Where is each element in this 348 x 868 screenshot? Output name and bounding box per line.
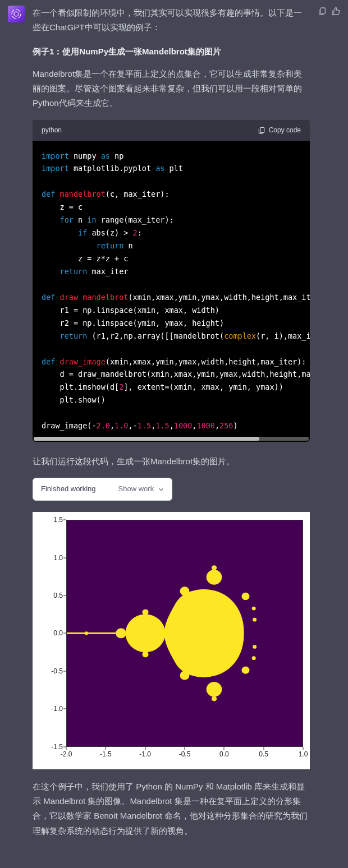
svg-point-17 [252,607,255,610]
svg-point-19 [253,618,257,621]
y-tick-label: -1.5 [33,741,63,752]
svg-point-8 [180,671,189,680]
svg-point-16 [252,657,255,659]
svg-point-4 [207,570,221,584]
code-header: python Copy code [33,120,310,141]
svg-rect-14 [67,633,126,634]
svg-point-7 [242,593,249,600]
x-tick-label: 1.0 [299,749,308,760]
y-tick-label: 1.0 [33,552,63,564]
copy-code-button[interactable]: Copy code [258,124,301,136]
assistant-message-row: 在一个看似限制的环境中，我们其实可以实现很多有趣的事情。以下是一些在ChatGP… [0,0,348,858]
svg-point-3 [207,682,221,696]
x-tick-label: 0.5 [259,749,268,760]
mandelbrot-output-image: -1.5-1.0-0.50.00.51.01.5-2.0-1.5-1.0-0.5… [33,512,310,769]
assistant-avatar [8,6,25,22]
copy-code-label: Copy code [269,124,301,136]
svg-rect-20 [320,8,325,14]
clipboard-icon[interactable] [318,7,327,16]
code-language-label: python [42,124,62,136]
show-work-label: Show work [118,483,154,496]
thumbs-up-icon[interactable] [331,7,340,16]
svg-point-11 [143,610,148,615]
x-tick-label: -2.0 [61,749,72,760]
svg-point-15 [85,632,88,635]
example-description: Mandelbrot集是一个在复平面上定义的点集合，它可以生成非常复杂和美丽的图… [33,67,310,111]
horizontal-scrollbar[interactable] [34,437,309,441]
run-prompt-text: 让我们运行这段代码，生成一张Mandelbrot集的图片。 [33,454,310,469]
svg-point-9 [180,587,189,595]
run-status-label: Finished working [41,483,96,496]
code-block: python Copy code import numpy as np impo… [33,120,310,442]
y-tick-label: 0.0 [33,627,63,639]
svg-point-12 [212,697,217,701]
y-tick-label: 1.5 [33,514,63,526]
svg-point-10 [143,652,148,657]
svg-point-2 [126,615,164,652]
chevron-down-icon [158,487,164,492]
x-tick-label: -1.0 [139,749,151,760]
svg-point-0 [14,12,19,16]
code-interpreter-widget: Finished working Show work [33,478,172,501]
svg-point-6 [242,667,249,673]
x-tick-label: 0.0 [219,749,229,760]
plot-axes [66,520,303,747]
show-work-button[interactable]: Show work [118,483,164,496]
message-actions [318,6,340,847]
svg-point-13 [212,566,217,570]
y-tick-label: -1.0 [33,703,63,715]
svg-point-18 [253,645,257,648]
openai-logo-icon [11,8,22,20]
y-tick-label: 0.5 [33,590,63,602]
clipboard-icon [258,126,265,134]
y-tick-label: -0.5 [33,665,63,677]
intro-text: 在一个看似限制的环境中，我们其实可以实现很多有趣的事情。以下是一些在ChatGP… [33,6,310,35]
x-tick-label: -1.5 [100,749,112,760]
message-content: 在一个看似限制的环境中，我们其实可以实现很多有趣的事情。以下是一些在ChatGP… [33,6,310,847]
conclusion-text: 在这个例子中，我们使用了 Python 的 NumPy 和 Matplotlib… [33,779,310,838]
example-heading: 例子1：使用NumPy生成一张Mandelbrot集的图片 [33,44,310,59]
x-tick-label: -0.5 [179,749,191,760]
code-content[interactable]: import numpy as np import matplotlib.pyp… [33,141,310,437]
svg-rect-1 [260,127,264,132]
mandelbrot-fractal-icon [67,520,303,746]
